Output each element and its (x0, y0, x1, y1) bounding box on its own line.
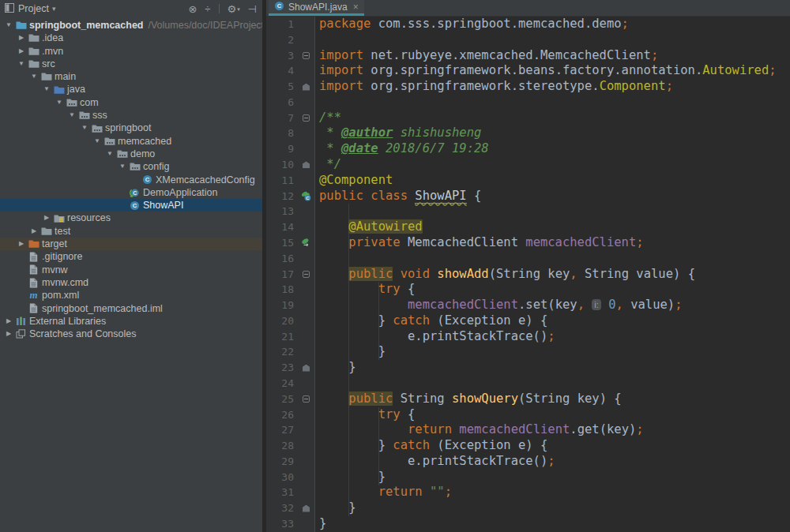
tree-item-springboot[interactable]: ▼springboot (0, 122, 262, 134)
code-line-1[interactable]: 1package com.sss.springboot.memcached.de… (266, 17, 790, 32)
line-number[interactable]: 20 (266, 313, 298, 329)
collapse-all-icon[interactable]: ÷ (205, 4, 210, 14)
line-number[interactable]: 9 (266, 141, 298, 157)
code-line-10[interactable]: 10 */ (266, 157, 790, 173)
collapse-arrow-icon[interactable]: ▼ (92, 135, 103, 148)
line-number[interactable]: 18 (266, 282, 298, 298)
project-view-selector[interactable]: Project ▾ (18, 3, 55, 14)
code-line-17[interactable]: 17 public void showAdd(String key, Strin… (266, 267, 790, 283)
line-number[interactable]: 23 (266, 360, 298, 376)
line-number[interactable]: 24 (266, 376, 298, 392)
collapse-arrow-icon[interactable]: ▼ (28, 70, 40, 83)
code-line-11[interactable]: 11@Component (266, 173, 790, 189)
code-line-7[interactable]: 7/** (266, 111, 790, 126)
settings-icon[interactable]: ⚙▾ (228, 4, 240, 14)
line-number[interactable]: 11 (266, 173, 298, 189)
line-number[interactable]: 17 (266, 267, 298, 283)
tree-item-mvnw-cmd[interactable]: mvnw.cmd (0, 276, 262, 289)
code-line-25[interactable]: 25 public String showQuery(String key) { (266, 392, 790, 407)
line-number[interactable]: 6 (266, 95, 298, 111)
line-number[interactable]: 14 (266, 219, 298, 235)
code-line-8[interactable]: 8 * @author shishusheng (266, 126, 790, 141)
code-line-22[interactable]: 22 } (266, 344, 790, 360)
code-line-9[interactable]: 9 * @date 2018/6/7 19:28 (266, 141, 790, 157)
fold-open-icon[interactable] (298, 267, 315, 283)
code-line-13[interactable]: 13 (266, 204, 790, 219)
code-line-4[interactable]: 4import org.springframework.beans.factor… (266, 63, 790, 79)
code-line-16[interactable]: 16 (266, 251, 790, 267)
expand-arrow-icon[interactable]: ▶ (41, 212, 52, 224)
line-number[interactable]: 32 (266, 500, 298, 516)
fold-close-icon[interactable] (298, 157, 315, 173)
collapse-arrow-icon[interactable]: ▼ (16, 58, 27, 70)
tree-item-java[interactable]: ▼java (0, 83, 262, 96)
code-line-24[interactable]: 24 (266, 376, 790, 392)
code-line-12[interactable]: 12Cpublic class ShowAPI { (266, 189, 790, 204)
close-icon[interactable]: × (353, 2, 359, 13)
code-line-32[interactable]: 32 } (266, 500, 790, 516)
line-number[interactable]: 31 (266, 485, 298, 500)
tree-item-demoapplication[interactable]: CDemoApplication (0, 186, 262, 199)
spring-bean-icon[interactable]: C (298, 189, 315, 204)
collapse-arrow-icon[interactable]: ▼ (41, 83, 52, 96)
code-line-23[interactable]: 23 } (266, 360, 790, 376)
collapse-arrow-icon[interactable]: ▼ (104, 148, 115, 160)
expand-arrow-icon[interactable]: ▶ (16, 238, 27, 250)
tree-item--mvn[interactable]: ▶.mvn (0, 45, 262, 58)
tree-item-target[interactable]: ▶target (0, 238, 262, 250)
tree-item-mvnw[interactable]: mvnw (0, 264, 262, 276)
line-number[interactable]: 2 (266, 32, 298, 48)
expand-arrow-icon[interactable]: ▶ (16, 32, 27, 44)
tree-item-demo[interactable]: ▼demo (0, 148, 262, 160)
tree-item--gitignore[interactable]: .gitignore (0, 250, 262, 263)
line-number[interactable]: 12 (266, 189, 298, 204)
tree-item--idea[interactable]: ▶.idea (0, 32, 262, 44)
line-number[interactable]: 3 (266, 48, 298, 64)
fold-open-icon[interactable] (298, 111, 315, 126)
code-line-15[interactable]: 15 private MemcachedClient memcachedClie… (266, 235, 790, 251)
line-number[interactable]: 4 (266, 63, 298, 79)
collapse-arrow-icon[interactable]: ▼ (117, 160, 128, 173)
expand-arrow-icon[interactable]: ▶ (3, 328, 14, 340)
tree-item-sss[interactable]: ▼sss (0, 109, 262, 122)
code-line-20[interactable]: 20 } catch (Exception e) { (266, 313, 790, 329)
spring-autowired-icon[interactable] (298, 235, 315, 251)
fold-close-icon[interactable] (298, 360, 315, 376)
code-line-3[interactable]: 3import net.rubyeye.xmemcached.Memcached… (266, 48, 790, 64)
tree-item-external-libraries[interactable]: ▶External Libraries (0, 315, 262, 328)
code-line-19[interactable]: 19 memcachedClient.set(key, i: 0, value)… (266, 298, 790, 313)
collapse-arrow-icon[interactable]: ▼ (79, 122, 90, 134)
fold-close-icon[interactable] (298, 500, 315, 516)
expand-arrow-icon[interactable]: ▶ (16, 45, 27, 58)
line-number[interactable]: 27 (266, 422, 298, 438)
fold-open-icon[interactable] (298, 48, 315, 64)
line-number[interactable]: 16 (266, 251, 298, 267)
code-line-5[interactable]: 5import org.springframework.stereotype.C… (266, 79, 790, 95)
code-line-2[interactable]: 2 (266, 32, 790, 48)
line-number[interactable]: 30 (266, 470, 298, 485)
collapse-arrow-icon[interactable]: ▼ (54, 96, 65, 109)
line-number[interactable]: 33 (266, 516, 298, 532)
line-number[interactable]: 28 (266, 438, 298, 454)
line-number[interactable]: 10 (266, 157, 298, 173)
line-number[interactable]: 7 (266, 111, 298, 126)
code-line-27[interactable]: 27 return memcachedClient.get(key); (266, 422, 790, 438)
code-line-29[interactable]: 29 e.printStackTrace(); (266, 454, 790, 470)
tree-item-showapi[interactable]: CShowAPI (0, 199, 262, 212)
fold-open-icon[interactable] (298, 392, 315, 407)
hide-icon[interactable]: ⊣ (248, 4, 257, 14)
line-number[interactable]: 5 (266, 79, 298, 95)
tree-item-scratches-and-consoles[interactable]: ▶Scratches and Consoles (0, 328, 262, 340)
tree-item-xmemcacachedconfig[interactable]: CXMemcacachedConfig (0, 174, 262, 186)
tree-item-springboot-memcached-iml[interactable]: springboot_memcached.iml (0, 302, 262, 315)
tree-item-src[interactable]: ▼src (0, 58, 262, 70)
code-line-21[interactable]: 21 e.printStackTrace(); (266, 329, 790, 345)
code-line-14[interactable]: 14 @Autowired (266, 219, 790, 235)
line-number[interactable]: 26 (266, 407, 298, 423)
code-line-18[interactable]: 18 try { (266, 282, 790, 298)
line-number[interactable]: 1 (266, 17, 298, 32)
tab-showapi-java[interactable]: C ShowAPI.java × (269, 0, 364, 16)
line-number[interactable]: 15 (266, 235, 298, 251)
line-number[interactable]: 8 (266, 126, 298, 141)
fold-close-icon[interactable] (298, 79, 315, 95)
